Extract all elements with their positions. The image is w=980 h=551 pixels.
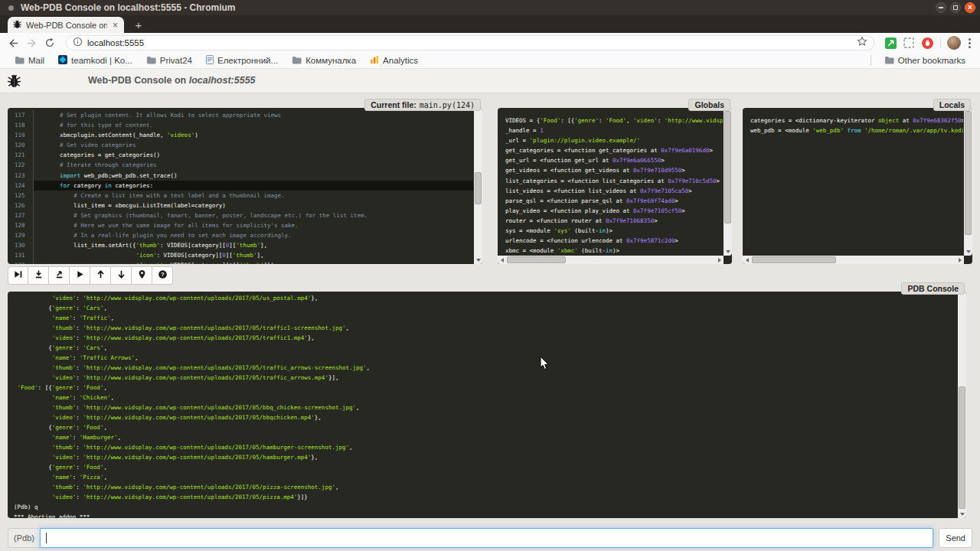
scroll-left-arrow[interactable] <box>498 256 506 264</box>
step-into-button[interactable] <box>28 266 49 285</box>
stack-down-button[interactable] <box>111 266 132 285</box>
scrollbar-thumb[interactable] <box>475 172 482 205</box>
locals-vertical-scrollbar[interactable] <box>964 108 972 256</box>
line-number: 127 <box>8 210 34 220</box>
console-line: 'video': 'http://www.vidsplay.com/wp-con… <box>14 293 954 303</box>
console-line: 'thumb': 'http://www.vidsplay.com/wp-con… <box>14 403 954 412</box>
globals-line: get_categories = <function get_categorie… <box>505 145 723 155</box>
step-next-button[interactable] <box>8 266 28 285</box>
console-line: 'name': 'Traffic', <box>14 313 954 323</box>
continue-button[interactable] <box>70 266 90 285</box>
url-text[interactable]: localhost:5555 <box>87 38 852 47</box>
doc-icon <box>206 54 214 67</box>
scroll-right-arrow[interactable] <box>715 256 724 264</box>
extension-blocker-icon[interactable] <box>920 36 934 50</box>
reload-icon[interactable] <box>43 36 57 50</box>
send-button[interactable]: Send <box>939 528 972 548</box>
minimize-button[interactable] <box>936 2 946 13</box>
locals-horizontal-scrollbar[interactable] <box>743 256 964 264</box>
tab-strip: Web-PDB Console on loca × + <box>0 15 980 33</box>
scrollbar-thumb[interactable] <box>959 386 965 509</box>
new-tab-button[interactable]: + <box>130 18 147 31</box>
extension-placeholder-icon[interactable] <box>902 36 916 50</box>
step-out-button[interactable] <box>49 266 70 285</box>
bookmark-item-5[interactable]: Analytics <box>363 54 425 67</box>
scroll-down-arrow[interactable] <box>474 256 482 264</box>
console-line: 'video': 'http://www.vidsplay.com/wp-con… <box>14 492 954 502</box>
line-number: 131 <box>8 250 34 260</box>
scroll-left-arrow[interactable] <box>743 256 751 264</box>
maximize-button[interactable] <box>950 2 961 13</box>
bookmarks-list: Mailteamkodi | Ko...Privat24Електронний.… <box>8 54 425 67</box>
browser-navbar: localhost:5555 <box>0 33 980 53</box>
scrollbar-thumb[interactable] <box>724 111 731 223</box>
other-bookmarks-button[interactable]: Other bookmarks <box>877 54 972 67</box>
scrollbar-thumb[interactable] <box>752 256 836 263</box>
scrollbar-thumb[interactable] <box>507 256 566 263</box>
line-number: 130 <box>8 240 34 250</box>
code-vertical-scrollbar[interactable] <box>474 108 482 264</box>
line-number: 120 <box>8 140 34 150</box>
console-line: (Pdb) q <box>14 502 954 512</box>
globals-label: Globals <box>688 99 730 111</box>
browser-tab[interactable]: Web-PDB Console on loca × <box>8 17 124 33</box>
bookmark-item-1[interactable]: teamkodi | Ko... <box>51 54 139 67</box>
globals-panel: Globals VIDEOS = {'Food': [{'genre': 'Fo… <box>498 108 732 264</box>
console-line: {'genre': 'Cars', <box>14 303 954 313</box>
globals-horizontal-scrollbar[interactable] <box>498 256 724 264</box>
stack-up-button[interactable] <box>90 266 111 285</box>
console-line: 'thumb': 'http://www.vidsplay.com/wp-con… <box>14 442 954 452</box>
address-bar[interactable]: localhost:5555 <box>66 35 874 51</box>
globals-vertical-scrollbar[interactable] <box>724 108 732 256</box>
extension-green-icon[interactable] <box>884 36 897 50</box>
code-line: 122 # Iterate through categories <box>8 160 473 170</box>
code-line: 123 import web_pdb;web_pdb.set_trace() <box>8 171 473 181</box>
text-caret <box>46 533 47 543</box>
where-button[interactable] <box>132 266 152 285</box>
bookmarks-bar: Mailteamkodi | Ko...Privat24Електронний.… <box>0 53 980 69</box>
globals-lines: VIDEOS = {'Food': [{'genre': 'Food', 'vi… <box>505 116 723 255</box>
back-icon[interactable] <box>6 36 20 50</box>
info-icon[interactable] <box>73 36 83 50</box>
scrollbar-thumb[interactable] <box>965 111 972 235</box>
globals-line: get_url = <function get_url at 0x7f9e6a0… <box>505 155 723 165</box>
console-line: 'Food': [{'genre': 'Food', <box>14 383 954 393</box>
code-line: 130 list_item.setArt({'thumb': VIDEOS[ca… <box>8 240 473 250</box>
code-line: 118 # for this type of content. <box>8 120 473 130</box>
forward-icon[interactable] <box>24 36 38 50</box>
bookmark-item-2[interactable]: Privat24 <box>139 54 199 67</box>
code-line: 124 for category in categories: <box>8 181 473 191</box>
browser-menu-icon[interactable] <box>965 38 974 48</box>
code-line: 127 # Set graphics (thumbnail, fanart, b… <box>8 210 473 220</box>
step-next-icon <box>13 269 23 282</box>
pdb-prompt-label: (Pdb) <box>8 528 40 548</box>
locals-line: web_pdb = <module 'web_pdb' from '/home/… <box>750 126 963 135</box>
console-line: 'name': 'Chicken', <box>14 393 954 403</box>
code-lines: 117 # Set plugin content. It allows Kodi… <box>8 110 473 264</box>
code-line: 128 # Here we use the same image for all… <box>8 220 473 230</box>
scroll-down-arrow[interactable] <box>964 247 972 256</box>
tab-close-icon[interactable]: × <box>111 21 119 30</box>
folder-icon <box>292 54 302 67</box>
globals-line: sys = <module 'sys' (built-in)> <box>505 226 723 236</box>
bookmark-item-3[interactable]: Електронний... <box>199 54 285 67</box>
scroll-right-arrow[interactable] <box>956 256 964 264</box>
console-line: 'video': 'http://www.vidsplay.com/wp-con… <box>14 452 954 462</box>
web-pdb-logo-bug-icon <box>6 73 22 92</box>
stack-down-icon <box>116 269 126 282</box>
pdb-command-input[interactable] <box>40 528 933 548</box>
console-vertical-scrollbar[interactable] <box>958 292 966 518</box>
close-button[interactable]: × <box>965 2 975 13</box>
bookmark-item-4[interactable]: Коммуналка <box>285 54 363 67</box>
console-line: *** Aborting addon *** <box>14 512 954 518</box>
bookmark-star-icon[interactable] <box>857 36 867 50</box>
code-line: 120 # Get video categories <box>8 140 473 150</box>
console-line: 'video': 'http://www.vidsplay.com/wp-con… <box>14 373 954 383</box>
profile-avatar[interactable] <box>947 36 961 50</box>
bookmark-item-0[interactable]: Mail <box>8 54 51 67</box>
bug-favicon-icon <box>12 18 22 32</box>
scroll-down-arrow[interactable] <box>958 510 966 518</box>
help-button[interactable]: ? <box>152 266 173 285</box>
line-number: 132 <box>8 260 34 264</box>
scroll-down-arrow[interactable] <box>724 247 732 256</box>
